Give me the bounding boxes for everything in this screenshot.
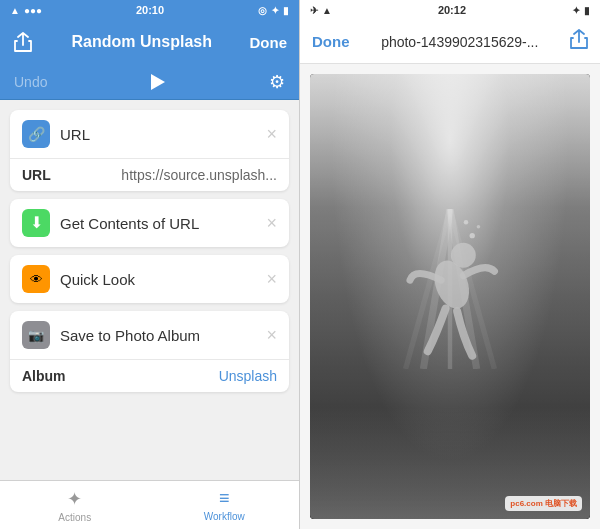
bluetooth-icon-right: ✦ — [572, 5, 580, 16]
workflow-title: Random Unsplash — [34, 33, 250, 51]
battery-icon-right: ▮ — [584, 5, 590, 16]
album-detail-value[interactable]: Unsplash — [219, 368, 277, 384]
figure-svg — [390, 209, 510, 369]
airplane-icon: ✈ — [310, 5, 318, 16]
location-icon: ◎ — [258, 5, 267, 16]
right-signal-icons: ✈ ▲ — [310, 5, 332, 16]
get-contents-action-header: ⬇ Get Contents of URL × — [10, 199, 289, 247]
workflow-content: 🔗 URL × URL https://source.unsplash... ⬇… — [0, 100, 299, 480]
left-panel: ▲ ●●● 20:10 ◎ ✦ ▮ Random Unsplash Done U… — [0, 0, 300, 529]
tab-actions[interactable]: ✦ Actions — [0, 481, 150, 529]
toolbar-left: Undo ⚙ — [0, 64, 299, 100]
save-photo-close-button[interactable]: × — [266, 326, 277, 344]
quick-look-action-icon: 👁 — [22, 265, 50, 293]
signal-icon: ●●● — [24, 5, 42, 16]
done-button-right[interactable]: Done — [312, 33, 350, 50]
nav-bar-right: Done photo-1439902315629-... — [300, 20, 600, 64]
photo-title: photo-1439902315629-... — [350, 34, 571, 50]
eye-icon: 👁 — [30, 272, 43, 287]
tab-actions-label: Actions — [58, 512, 91, 523]
photo-area: pc6.com 电脑下载 — [300, 64, 600, 529]
list-icon: ≡ — [219, 488, 230, 509]
right-battery-icons: ✦ ▮ — [572, 5, 590, 16]
download-icon: ⬇ — [30, 215, 43, 231]
left-battery-icons: ◎ ✦ ▮ — [258, 5, 289, 16]
tab-workflow[interactable]: ≡ Workflow — [150, 481, 300, 529]
svg-point-7 — [470, 233, 475, 238]
url-action-icon: 🔗 — [22, 120, 50, 148]
undo-button[interactable]: Undo — [14, 74, 47, 90]
wifi-icon: ▲ — [10, 5, 20, 16]
save-photo-action-block: 📷 Save to Photo Album × Album Unsplash — [10, 311, 289, 392]
url-close-button[interactable]: × — [266, 125, 277, 143]
play-triangle-icon — [151, 74, 165, 90]
done-button-left[interactable]: Done — [250, 34, 288, 51]
status-bar-right: ✈ ▲ 20:12 ✦ ▮ — [300, 0, 600, 20]
get-contents-action-title: Get Contents of URL — [60, 215, 266, 232]
wand-icon: ✦ — [67, 488, 82, 510]
wifi-icon-right: ▲ — [322, 5, 332, 16]
quick-look-action-title: Quick Look — [60, 271, 266, 288]
get-contents-action-block: ⬇ Get Contents of URL × — [10, 199, 289, 247]
photo-container: pc6.com 电脑下载 — [310, 74, 590, 519]
bluetooth-icon-left: ✦ — [271, 5, 279, 16]
url-action-block: 🔗 URL × URL https://source.unsplash... — [10, 110, 289, 191]
quick-look-action-block: 👁 Quick Look × — [10, 255, 289, 303]
svg-point-8 — [477, 225, 481, 229]
status-bar-left: ▲ ●●● 20:10 ◎ ✦ ▮ — [0, 0, 299, 20]
left-time: 20:10 — [136, 4, 164, 16]
svg-point-6 — [451, 242, 476, 267]
right-panel: ✈ ▲ 20:12 ✦ ▮ Done photo-1439902315629-.… — [300, 0, 600, 529]
gear-icon[interactable]: ⚙ — [269, 71, 285, 93]
url-action-detail: URL https://source.unsplash... — [10, 158, 289, 191]
share-icon-left[interactable] — [12, 31, 34, 53]
get-contents-action-icon: ⬇ — [22, 209, 50, 237]
quick-look-action-header: 👁 Quick Look × — [10, 255, 289, 303]
get-contents-close-button[interactable]: × — [266, 214, 277, 232]
bottom-tabs: ✦ Actions ≡ Workflow — [0, 480, 299, 529]
url-detail-value[interactable]: https://source.unsplash... — [121, 167, 277, 183]
watermark: pc6.com 电脑下载 — [505, 496, 582, 511]
underwater-photo — [310, 74, 590, 519]
play-button[interactable] — [147, 71, 169, 93]
url-action-title: URL — [60, 126, 266, 143]
camera-icon: 📷 — [28, 328, 44, 343]
left-signal-icons: ▲ ●●● — [10, 5, 42, 16]
url-detail-label: URL — [22, 167, 51, 183]
url-action-header: 🔗 URL × — [10, 110, 289, 158]
save-photo-action-icon: 📷 — [22, 321, 50, 349]
save-photo-action-header: 📷 Save to Photo Album × — [10, 311, 289, 359]
battery-icon-left: ▮ — [283, 5, 289, 16]
right-time: 20:12 — [438, 4, 466, 16]
quick-look-close-button[interactable]: × — [266, 270, 277, 288]
save-photo-action-title: Save to Photo Album — [60, 327, 266, 344]
save-photo-action-detail: Album Unsplash — [10, 359, 289, 392]
share-icon-right[interactable] — [570, 29, 588, 54]
link-icon: 🔗 — [28, 126, 45, 142]
nav-bar-left: Random Unsplash Done — [0, 20, 299, 64]
svg-point-9 — [464, 220, 468, 224]
album-detail-label: Album — [22, 368, 66, 384]
tab-workflow-label: Workflow — [204, 511, 245, 522]
